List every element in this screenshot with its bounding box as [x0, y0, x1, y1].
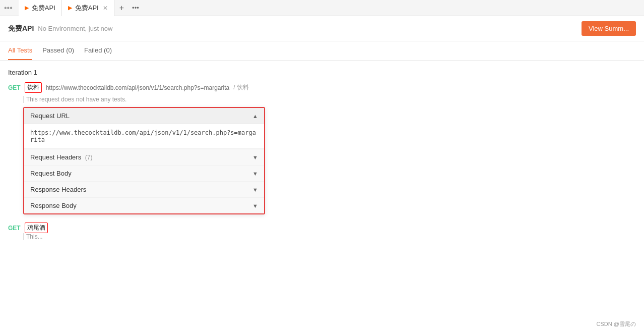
request2-no-tests: This...: [23, 233, 636, 240]
request-details-dropdown: Request URL ▲ https://www.thecocktaildb.…: [23, 107, 265, 214]
response-body-row[interactable]: Response Body ▼: [24, 197, 264, 213]
request-headers-badge: (7): [85, 154, 93, 161]
app-menu-icon[interactable]: •••: [4, 4, 13, 13]
request-headers-expand-icon: ▼: [252, 154, 258, 160]
request2-block: This...: [23, 233, 636, 240]
request-headers-label: Request Headers (7): [30, 153, 92, 161]
response-headers-label: Response Headers: [30, 186, 86, 193]
header-left: 免费API No Environment, just now: [8, 24, 112, 33]
request1-method: GET: [8, 84, 21, 91]
request1-tag: 饮料: [25, 82, 42, 93]
request-url-label: Request URL: [30, 112, 70, 120]
tab-failed[interactable]: Failed (0): [84, 41, 112, 60]
tab1-play-icon: ▶: [25, 5, 29, 11]
request-body-row[interactable]: Request Body ▼: [24, 165, 264, 181]
no-tests-message: This request does not have any tests.: [23, 96, 636, 103]
iteration-title: Iteration 1: [8, 69, 636, 76]
response-headers-expand-icon: ▼: [252, 187, 258, 193]
request1-header: GET 饮料 https://www.thecocktaildb.com/api…: [8, 82, 636, 93]
request-headers-row[interactable]: Request Headers (7) ▼: [24, 149, 264, 165]
request1-url: https://www.thecocktaildb.com/api/json/v…: [46, 84, 230, 91]
tab-passed[interactable]: Passed (0): [42, 41, 74, 60]
request2-method: GET: [8, 225, 21, 232]
request-body-expand-icon: ▼: [252, 171, 258, 177]
response-body-expand-icon: ▼: [252, 203, 258, 209]
response-headers-row[interactable]: Response Headers ▼: [24, 181, 264, 197]
tab-1[interactable]: ▶ 免费API: [19, 0, 62, 16]
request-url-value: https://www.thecocktaildb.com/api/json/v…: [24, 124, 264, 149]
request1-block: This request does not have any tests. Re…: [23, 96, 636, 214]
request-url-header[interactable]: Request URL ▲: [24, 108, 264, 124]
more-tabs-icon[interactable]: •••: [129, 4, 142, 12]
tab1-label: 免费API: [32, 4, 55, 13]
tab-2[interactable]: ▶ 免费API ✕: [62, 0, 114, 16]
collection-name: 免费API: [8, 24, 34, 33]
tab2-play-icon: ▶: [68, 5, 72, 11]
add-tab-button[interactable]: +: [114, 4, 129, 13]
view-summary-button[interactable]: View Summ...: [582, 21, 636, 36]
env-info: No Environment, just now: [38, 25, 112, 32]
request2-tag: 鸡尾酒: [25, 223, 48, 233]
tab2-close-icon[interactable]: ✕: [103, 5, 108, 12]
tab2-label: 免费API: [75, 4, 99, 13]
request-body-label: Request Body: [30, 170, 72, 177]
request-url-collapse-icon: ▲: [252, 113, 258, 119]
request2-header: GET 鸡尾酒: [8, 223, 636, 233]
header: 免费API No Environment, just now View Summ…: [0, 16, 644, 41]
top-bar: ••• ▶ 免费API ▶ 免费API ✕ + •••: [0, 0, 644, 16]
test-tabs-bar: All Tests Passed (0) Failed (0): [0, 41, 644, 61]
tab-all-tests[interactable]: All Tests: [8, 41, 32, 60]
request1-path: / 饮料: [233, 83, 249, 92]
response-body-label: Response Body: [30, 202, 77, 209]
content-area: Iteration 1 GET 饮料 https://www.thecockta…: [0, 61, 644, 252]
